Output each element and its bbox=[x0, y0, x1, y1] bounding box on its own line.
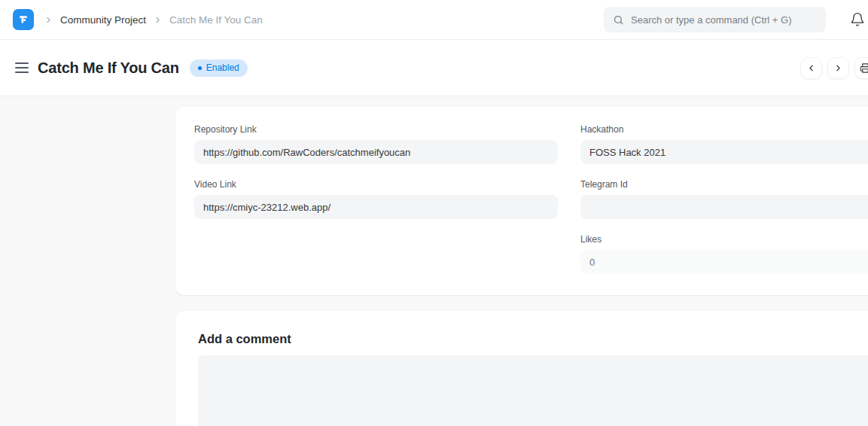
search-input[interactable] bbox=[631, 14, 817, 26]
sidebar-toggle-button[interactable] bbox=[15, 62, 29, 73]
breadcrumb-item-current: Catch Me If You Can bbox=[169, 14, 263, 26]
chevron-right-icon bbox=[153, 15, 163, 25]
global-search[interactable] bbox=[604, 7, 826, 32]
field-label: Hackathon bbox=[580, 124, 868, 135]
chevron-right-icon bbox=[44, 15, 53, 25]
hamburger-menu-icon bbox=[15, 62, 29, 64]
chevron-right-icon bbox=[833, 63, 843, 73]
printer-icon bbox=[860, 62, 868, 74]
form-column-left: Repository Link Video Link bbox=[194, 124, 558, 289]
likes-value bbox=[580, 250, 868, 274]
breadcrumb-item-community-project[interactable]: Community Project bbox=[60, 14, 146, 26]
repository-link-input[interactable] bbox=[194, 140, 558, 164]
prev-document-button[interactable] bbox=[800, 57, 822, 79]
add-comment-heading: Add a comment bbox=[198, 332, 868, 346]
telegram-id-input[interactable] bbox=[580, 195, 868, 219]
field-video-link: Video Link bbox=[194, 179, 558, 219]
status-badge: Enabled bbox=[190, 59, 248, 77]
field-label: Likes bbox=[580, 234, 868, 245]
comment-input[interactable] bbox=[198, 355, 868, 426]
status-dot-icon bbox=[198, 66, 202, 70]
field-label: Telegram Id bbox=[580, 179, 868, 190]
app-logo[interactable] bbox=[13, 9, 34, 30]
form-grid: Repository Link Video Link Hackathon Tel… bbox=[175, 107, 868, 289]
field-telegram-id: Telegram Id bbox=[580, 179, 868, 219]
video-link-input[interactable] bbox=[194, 195, 558, 219]
notifications-button[interactable] bbox=[849, 11, 866, 28]
field-label: Repository Link bbox=[194, 124, 558, 135]
status-badge-label: Enabled bbox=[206, 62, 239, 73]
field-hackathon: Hackathon bbox=[580, 124, 868, 164]
form-section-card: Repository Link Video Link Hackathon Tel… bbox=[175, 107, 868, 295]
search-icon bbox=[613, 14, 624, 26]
bell-icon bbox=[850, 12, 865, 27]
page-head-actions bbox=[800, 57, 868, 79]
top-navbar: Community Project Catch Me If You Can bbox=[0, 0, 868, 40]
field-repository-link: Repository Link bbox=[194, 124, 558, 164]
app-window: Community Project Catch Me If You Can bbox=[0, 0, 868, 426]
breadcrumb: Community Project Catch Me If You Can bbox=[44, 14, 263, 26]
hackathon-input[interactable] bbox=[580, 140, 868, 164]
frappe-logo-icon bbox=[17, 14, 29, 26]
comments-section-card: Add a comment bbox=[175, 311, 868, 426]
chevron-left-icon bbox=[806, 63, 816, 73]
page-head: Catch Me If You Can Enabled bbox=[0, 40, 868, 96]
print-button[interactable] bbox=[854, 57, 868, 79]
form-column-right: Hackathon Telegram Id Likes bbox=[580, 124, 868, 289]
page-title: Catch Me If You Can bbox=[38, 59, 179, 77]
next-document-button[interactable] bbox=[827, 57, 849, 79]
field-label: Video Link bbox=[194, 179, 558, 190]
field-likes: Likes bbox=[580, 234, 868, 274]
